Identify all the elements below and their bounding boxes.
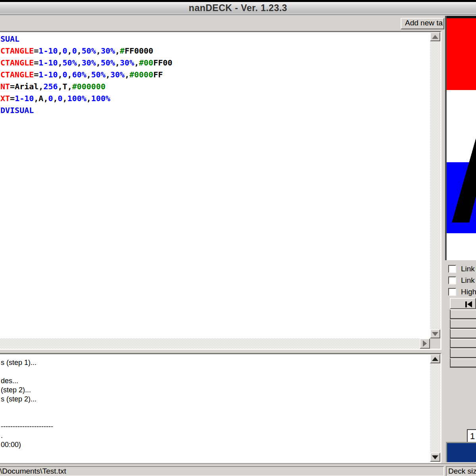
- titlebar[interactable]: nanDECK - Ver. 1.23.3: [0, 2, 476, 15]
- code-line[interactable]: CTANGLE=1-10,0,60%,50%,30%,#0000FF: [0, 69, 173, 81]
- list-row[interactable]: [450, 348, 476, 358]
- editor-vscroll-track[interactable]: [430, 32, 440, 338]
- code-line[interactable]: CTANGLE=1-10,0,0,50%,30%,#FF0000: [0, 45, 173, 57]
- editor-scroll-up-button[interactable]: [430, 32, 440, 41]
- add-new-tab-button[interactable]: Add new ta: [401, 18, 444, 29]
- skip-to-first-icon: [465, 301, 472, 307]
- checkbox[interactable]: [448, 276, 456, 284]
- code-token: ,: [106, 70, 110, 79]
- code-token: 100%: [91, 94, 110, 103]
- code-token: FF00: [153, 58, 172, 67]
- code-token: NT: [0, 82, 10, 91]
- preview-top-edge: [447, 16, 476, 18]
- code-token: ,: [115, 46, 120, 56]
- code-token: 256: [43, 82, 58, 91]
- code-line[interactable]: XT=1-10,A,0,0,100%,100%: [0, 92, 173, 104]
- option-checkbox-group: LinkLinkHigh: [448, 265, 476, 299]
- code-token: 0: [48, 94, 53, 103]
- card-bottom-white-band: [447, 233, 476, 260]
- code-token: 1-10: [15, 94, 34, 103]
- log-line: [1, 413, 428, 422]
- list-row[interactable]: [450, 339, 476, 349]
- log-line: s (step 2)...: [1, 395, 428, 404]
- checkbox-label: High: [461, 288, 476, 296]
- code-token: FF: [153, 70, 163, 79]
- log-line: (step 2)...: [1, 386, 428, 395]
- code-token: 1-10: [38, 58, 58, 67]
- code-token: 30%: [82, 58, 96, 67]
- skip-bar: [465, 301, 467, 307]
- code-token: =: [10, 82, 15, 91]
- window-title: nanDECK - Ver. 1.23.3: [0, 2, 476, 14]
- card-number-input[interactable]: [467, 429, 476, 443]
- code-token: #000000: [72, 82, 106, 91]
- card-preview-panel: [445, 16, 476, 260]
- editor-vscrollbar[interactable]: [430, 32, 440, 338]
- code-token: #00: [139, 58, 153, 67]
- card-white-band: [447, 90, 476, 162]
- log-output: s (step 1)... des...(step 2)...s (step 2…: [0, 355, 428, 449]
- code-line[interactable]: CTANGLE=1-10,50%,30%,50%,30%,#00FF00: [0, 57, 173, 69]
- row-stack: [450, 309, 476, 368]
- log-line: ----------------------: [1, 422, 428, 431]
- editor-scroll-right-button[interactable]: [420, 338, 430, 349]
- code-token: ,: [67, 46, 72, 56]
- code-token: ,: [77, 46, 82, 56]
- code-token: #: [120, 46, 125, 56]
- code-line[interactable]: SUAL: [0, 33, 173, 45]
- card-preview-image: [447, 16, 476, 260]
- file-path-text: \Documents\Test.txt: [0, 467, 66, 475]
- code-token: ,: [58, 70, 63, 79]
- code-line[interactable]: NT=Arial,256,T,#000000: [0, 81, 173, 92]
- checkbox-row: Link: [448, 265, 476, 273]
- down-arrow-icon: [432, 332, 438, 336]
- code-editor[interactable]: SUALCTANGLE=1-10,0,0,50%,30%,#FF0000CTAN…: [0, 33, 173, 116]
- code-token: ,: [77, 58, 82, 67]
- log-panel: s (step 1)... des...(step 2)...s (step 2…: [0, 353, 441, 463]
- progress-fill: [447, 443, 476, 462]
- log-vscroll-track[interactable]: [430, 354, 440, 462]
- log-vscrollbar[interactable]: [430, 354, 440, 462]
- code-token: 60%: [72, 70, 86, 79]
- code-token: ,: [115, 58, 120, 67]
- code-token: ,: [63, 94, 67, 103]
- code-token: 0: [63, 70, 67, 79]
- editor-scroll-down-button[interactable]: [430, 329, 440, 338]
- list-row[interactable]: [450, 319, 476, 329]
- code-line[interactable]: DVISUAL: [0, 104, 173, 116]
- code-token: XT: [0, 94, 10, 103]
- checkbox[interactable]: [448, 288, 456, 296]
- code-editor-panel: SUALCTANGLE=1-10,0,0,50%,30%,#FF0000CTAN…: [0, 31, 441, 350]
- log-line: s (step 1)...: [1, 358, 428, 367]
- code-token: 50%: [82, 46, 96, 56]
- log-line: .: [1, 431, 428, 440]
- code-token: 1-10: [38, 46, 58, 56]
- nandeck-window: nanDECK - Ver. 1.23.3 Add new ta SUALCTA…: [0, 0, 476, 476]
- code-token: ,: [86, 94, 91, 103]
- code-token: ,: [86, 70, 91, 79]
- code-token: ,: [67, 82, 72, 91]
- code-token: 0: [63, 46, 67, 56]
- code-token: =: [10, 94, 15, 103]
- code-token: ,: [34, 94, 38, 103]
- list-row[interactable]: [450, 358, 476, 368]
- code-token: 30%: [120, 58, 134, 67]
- editor-hscrollbar[interactable]: [0, 338, 430, 349]
- right-arrow-icon: [423, 340, 427, 347]
- log-line: des...: [1, 376, 428, 386]
- first-card-button[interactable]: [450, 298, 476, 309]
- code-token: CTANGLE: [0, 70, 34, 79]
- list-row[interactable]: [450, 329, 476, 339]
- code-token: ,: [96, 58, 101, 67]
- progress-bar: [446, 442, 476, 462]
- code-token: ,: [53, 94, 58, 103]
- log-scroll-up-button[interactable]: [430, 354, 440, 363]
- code-token: 1-10: [38, 70, 58, 79]
- checkbox-label: Link: [461, 265, 475, 273]
- code-token: #0000: [129, 70, 153, 79]
- code-token: 100%: [67, 94, 86, 103]
- editor-hscroll-track[interactable]: [0, 338, 430, 349]
- checkbox[interactable]: [448, 265, 456, 273]
- log-scroll-down-button[interactable]: [430, 453, 440, 462]
- list-row[interactable]: [450, 309, 476, 319]
